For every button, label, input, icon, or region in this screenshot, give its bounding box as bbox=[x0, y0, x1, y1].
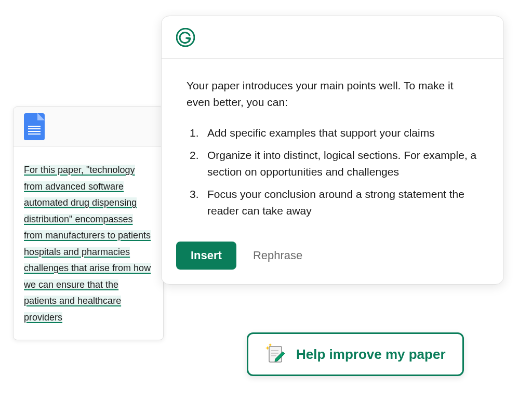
help-improve-chip[interactable]: Help improve my paper bbox=[247, 332, 464, 376]
rephrase-button[interactable]: Rephrase bbox=[253, 249, 302, 262]
document-body[interactable]: For this paper, "technology from advance… bbox=[14, 146, 163, 340]
insert-button[interactable]: Insert bbox=[176, 242, 236, 270]
suggestion-intro: Your paper introduces your main points w… bbox=[187, 77, 478, 110]
help-chip-label: Help improve my paper bbox=[296, 346, 446, 363]
google-docs-icon bbox=[24, 113, 45, 140]
suggestion-list: Add specific examples that support your … bbox=[187, 125, 478, 220]
document-header bbox=[14, 107, 163, 146]
grammarly-logo-icon bbox=[176, 28, 195, 47]
panel-actions: Insert Rephrase bbox=[162, 242, 503, 284]
suggestion-item: Organize it into distinct, logical secti… bbox=[199, 147, 478, 181]
suggestion-item: Add specific examples that support your … bbox=[199, 125, 478, 142]
document-editor-window: For this paper, "technology from advance… bbox=[13, 106, 164, 340]
paper-edit-icon bbox=[265, 343, 287, 365]
panel-header bbox=[162, 16, 503, 59]
grammarly-suggestion-panel: Your paper introduces your main points w… bbox=[161, 16, 504, 285]
document-text[interactable]: For this paper, "technology from advance… bbox=[24, 165, 151, 323]
panel-body: Your paper introduces your main points w… bbox=[162, 59, 503, 242]
suggestion-item: Focus your conclusion around a strong st… bbox=[199, 186, 478, 220]
